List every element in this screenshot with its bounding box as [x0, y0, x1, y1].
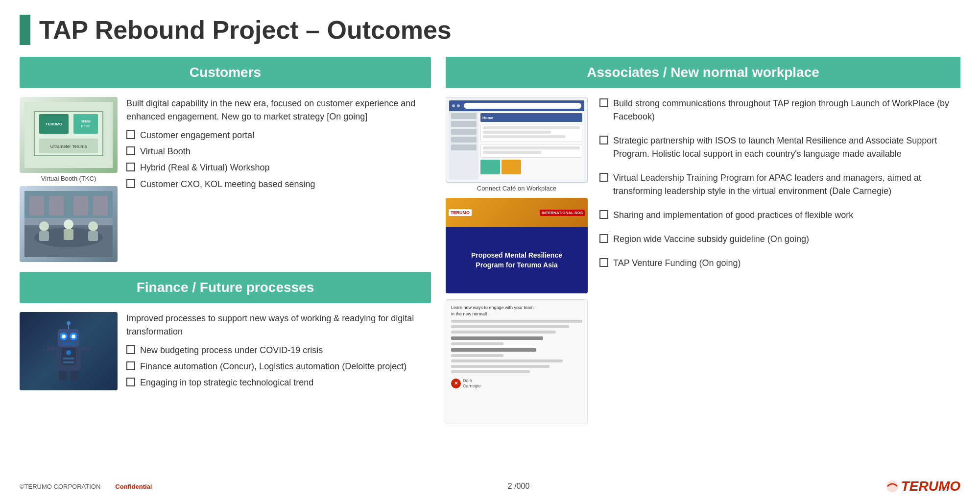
associates-top-block: Home — [446, 97, 960, 424]
title-accent-bar — [20, 15, 30, 45]
svg-text:Virtual: Virtual — [81, 120, 91, 123]
customers-bullet-list: Customer engagement portal Virtual Booth… — [126, 129, 431, 191]
checkbox-icon — [126, 361, 135, 370]
bullet-text: Strategic partnership with ISOS to launc… — [613, 134, 960, 161]
terumo-logo-icon — [885, 479, 899, 493]
checkbox-icon — [599, 98, 608, 107]
carnegie-line — [451, 336, 543, 340]
footer-confidential: Confidential — [115, 483, 152, 490]
customers-text-content: Built digital capability in the new era,… — [126, 97, 431, 262]
left-column: Customers TERUMO Virtual — [20, 57, 431, 478]
checkbox-icon — [599, 210, 608, 219]
workplace-screenshot: Home — [446, 97, 588, 183]
finance-main-text: Improved processes to support new ways o… — [126, 312, 431, 338]
svg-rect-34 — [59, 371, 67, 381]
workplace-post-1 — [480, 124, 582, 142]
associates-bullet-item-1: Build strong communications throughout T… — [599, 97, 960, 123]
customers-header: Customers — [20, 57, 431, 88]
footer-copyright: ©TERUMO CORPORATION — [20, 483, 100, 490]
finance-header: Finance / Future processes — [20, 272, 431, 303]
mental-bottom-section: Proposed Mental ResilienceProgram for Te… — [446, 227, 588, 293]
workplace-body: Home — [449, 111, 584, 179]
svg-rect-13 — [39, 231, 49, 241]
carnegie-line — [451, 342, 503, 345]
carnegie-intro: Learn new ways to engage with your teami… — [451, 305, 582, 317]
checkbox-icon — [126, 130, 135, 139]
svg-rect-22 — [93, 196, 108, 215]
svg-point-12 — [39, 221, 49, 231]
workplace-toolbar — [449, 100, 584, 111]
carnegie-image: Learn new ways to engage with your teami… — [446, 299, 588, 424]
checkbox-icon — [126, 378, 135, 386]
sidebar-item — [451, 129, 477, 135]
virtual-booth-image: TERUMO Virtual Booth Ultrameter Teruma — [20, 97, 118, 173]
associates-bullet-item-5: Region wide Vaccine subsidy guideline (O… — [599, 233, 960, 246]
sidebar-item — [451, 137, 477, 143]
page-title: TAP Rebound Project – Outcomes — [39, 15, 452, 45]
associates-bullet-item-4: Sharing and implementation of good pract… — [599, 209, 960, 222]
carnegie-line — [451, 325, 569, 328]
list-item: Virtual Booth — [126, 145, 431, 158]
footer-page-number: 2 /000 — [508, 482, 529, 491]
list-item: Hybrid (Real & Virtual) Workshop — [126, 162, 431, 174]
suggested-groups — [480, 160, 582, 174]
customers-content-block: TERUMO Virtual Booth Ultrameter Teruma V… — [20, 97, 431, 262]
toolbar-dot — [457, 104, 460, 107]
title-row: TAP Rebound Project – Outcomes — [20, 15, 960, 45]
svg-rect-32 — [47, 346, 55, 351]
carnegie-line — [451, 354, 503, 357]
mental-title: Proposed Mental ResilienceProgram for Te… — [471, 251, 562, 270]
meeting-image — [20, 186, 118, 262]
sidebar-item — [451, 113, 477, 119]
workplace-label: Connect Café on Workplace — [446, 185, 588, 192]
checkbox-icon — [599, 234, 608, 243]
finance-content-block: Improved processes to support new ways o… — [20, 312, 431, 393]
svg-rect-39 — [63, 361, 74, 363]
svg-point-30 — [67, 321, 71, 325]
finance-bullet-list: New budgeting process under COVID-19 cri… — [126, 344, 431, 389]
svg-point-37 — [66, 350, 71, 355]
svg-rect-15 — [64, 229, 73, 240]
svg-point-27 — [62, 335, 66, 338]
two-col-layout: Customers TERUMO Virtual — [20, 57, 960, 478]
group-thumb — [502, 160, 521, 174]
checkbox-icon — [126, 179, 135, 188]
carnegie-line — [451, 365, 550, 368]
carnegie-line — [451, 320, 582, 323]
svg-rect-31 — [62, 343, 75, 345]
carnegie-line — [451, 348, 536, 352]
list-item: Finance automation (Concur), Logistics a… — [126, 360, 431, 373]
terumo-logo-text: TERUMO — [901, 478, 960, 494]
group-thumb — [480, 160, 500, 174]
bullet-text: Region wide Vaccine subsidy guideline (O… — [613, 233, 960, 246]
svg-rect-33 — [82, 346, 91, 351]
carnegie-line — [451, 370, 530, 373]
carnegie-line — [451, 331, 556, 334]
checkbox-icon — [126, 345, 135, 354]
sidebar-item — [451, 121, 477, 127]
isos-badge: INTERNATIONAL SOS — [540, 210, 585, 216]
carnegie-section-title — [451, 336, 582, 340]
footer: ©TERUMO CORPORATION Confidential 2 /000 … — [20, 478, 960, 494]
customers-images: TERUMO Virtual Booth Ultrameter Teruma V… — [20, 97, 118, 262]
carnegie-x-icon: ✕ — [451, 379, 461, 388]
list-item: Engaging in top strategic technological … — [126, 377, 431, 389]
bullet-text: Sharing and implementation of good pract… — [613, 209, 960, 222]
svg-text:Booth: Booth — [81, 124, 90, 128]
workplace-home-banner: Home — [480, 113, 582, 122]
checkbox-icon — [599, 258, 608, 267]
checkbox-icon — [599, 136, 608, 144]
customers-main-text: Built digital capability in the new era,… — [126, 97, 431, 123]
workplace-main: Home — [478, 111, 584, 179]
list-item: Customer engagement portal — [126, 129, 431, 142]
checkbox-icon — [126, 146, 135, 155]
page: TAP Rebound Project – Outcomes Customers — [0, 0, 980, 502]
footer-left-group: ©TERUMO CORPORATION Confidential — [20, 483, 152, 490]
svg-rect-4 — [73, 114, 98, 134]
mental-resilience-image: TERUMO INTERNATIONAL SOS Proposed Mental… — [446, 198, 588, 293]
bullet-text: Virtual Leadership Training Program for … — [613, 171, 960, 198]
checkbox-icon — [599, 173, 608, 182]
toolbar-search — [464, 103, 581, 109]
bullet-text: TAP Venture Funding (On going) — [613, 257, 960, 270]
list-item: Customer CXO, KOL meeting based sensing — [126, 178, 431, 191]
